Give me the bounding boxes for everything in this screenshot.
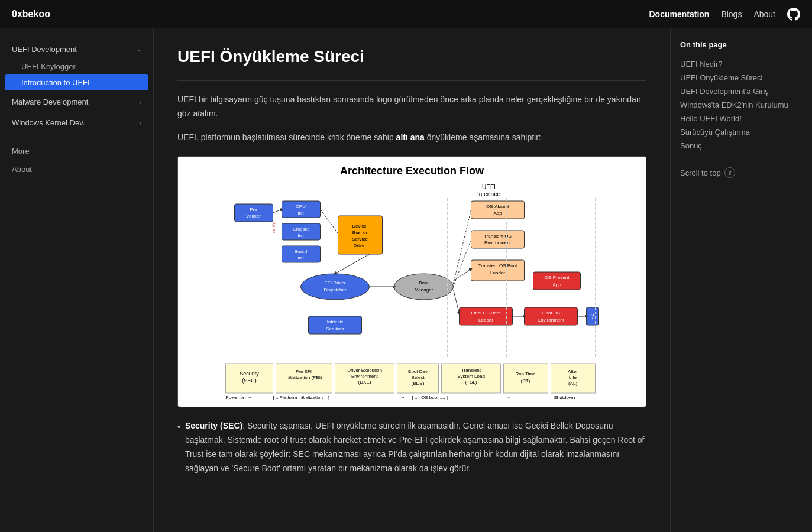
page-divider <box>177 80 646 81</box>
main-content: UEFI Önyükleme Süreci UEFI bir bilgisaya… <box>154 28 670 532</box>
on-this-page-title: On this page <box>680 40 803 49</box>
svg-text:After: After <box>568 369 578 374</box>
svg-text:Driver Execution: Driver Execution <box>347 368 382 373</box>
svg-line-81 <box>273 209 282 213</box>
svg-text:Security: Security <box>240 371 259 377</box>
svg-text:OS-Present: OS-Present <box>545 275 570 280</box>
svg-point-52 <box>301 274 370 300</box>
svg-text:System Load: System Load <box>457 374 485 379</box>
toc-item-3[interactable]: Windows'ta EDK2'nin Kurulumu <box>680 98 803 112</box>
svg-text:Intrinsic: Intrinsic <box>327 319 344 325</box>
svg-text:(AL): (AL) <box>568 381 577 386</box>
site-logo[interactable]: 0xbekoo <box>12 9 50 20</box>
svg-text:(DXE): (DXE) <box>358 379 371 385</box>
svg-text:Board: Board <box>295 249 307 254</box>
svg-text:Power on →: Power on → <box>226 395 252 400</box>
svg-text:(RT): (RT) <box>521 378 530 384</box>
svg-text:UEFI: UEFI <box>482 184 496 190</box>
svg-text:(BDS): (BDS) <box>412 381 425 386</box>
layout: UEFI Development ⌄ UEFI Keylogger Introd… <box>0 28 812 532</box>
svg-text:CPU: CPU <box>296 204 306 209</box>
svg-text:Service: Service <box>352 236 368 242</box>
chevron-down-icon: ⌄ <box>136 46 141 53</box>
sidebar-item-keylogger[interactable]: UEFI Keylogger <box>0 59 153 74</box>
toc-item-2[interactable]: UEFI Development'a Giriş <box>680 85 803 98</box>
nav-links: Documentation Blogs About <box>649 8 800 21</box>
sidebar-more[interactable]: More <box>0 142 153 160</box>
right-sidebar: On this page UEFI Nedir? UEFI Önyükleme … <box>670 28 812 532</box>
chevron-right-icon-kernel: › <box>139 119 141 126</box>
svg-text:Init: Init <box>297 255 304 261</box>
toc-item-4[interactable]: Hello UEFI World! <box>680 112 803 125</box>
nav-documentation[interactable]: Documentation <box>649 9 709 19</box>
svg-text:EFI Driver: EFI Driver <box>325 280 346 286</box>
svg-text:→: → <box>400 395 405 400</box>
svg-text:Transient OS: Transient OS <box>484 233 512 239</box>
svg-text:Services: Services <box>326 326 344 332</box>
svg-text:OS-Absent: OS-Absent <box>486 204 510 209</box>
topnav: 0xbekoo Documentation Blogs About <box>0 0 812 28</box>
toc-item-6[interactable]: Sonuç <box>680 139 803 153</box>
scroll-top-label: Scroll to top <box>680 168 721 177</box>
svg-line-83 <box>335 254 370 274</box>
sidebar-section-header-kernel[interactable]: Windows Kernel Dev. › <box>0 113 153 132</box>
svg-text:Select: Select <box>411 375 425 380</box>
svg-text:Verifier: Verifier <box>246 213 261 219</box>
svg-point-55 <box>394 274 454 300</box>
toc-divider <box>680 160 803 160</box>
bullet-item-sec: • Security (SEC): Security aşaması, UEFI… <box>177 419 646 475</box>
sidebar-item-intro[interactable]: Introduction to UEFI <box>5 74 148 90</box>
svg-text:Transient: Transient <box>461 368 481 373</box>
github-icon[interactable] <box>787 8 800 21</box>
toc-item-1[interactable]: UEFI Önyükleme Süreci <box>680 71 803 85</box>
svg-text:Loader: Loader <box>478 317 493 323</box>
sidebar-section-header-uefi[interactable]: UEFI Development ⌄ <box>0 40 153 59</box>
sidebar-section-label-kernel: Windows Kernel Dev. <box>12 118 85 127</box>
svg-line-86 <box>454 239 471 287</box>
svg-text:verify: verify <box>271 222 276 233</box>
svg-text:[ .. Platform initialization .: [ .. Platform initialization .. ] <box>273 395 330 400</box>
diagram-container: Architecture Execution Flow UEFI Interfa… <box>177 156 646 407</box>
intro2-before: UEFI, platformun başlatılması sürecinde … <box>177 132 396 142</box>
toc-item-0[interactable]: UEFI Nedir? <box>680 57 803 71</box>
svg-text:[ .... OS boot .... ]: [ .... OS boot .... ] <box>412 395 448 400</box>
bullet-dot: • <box>177 420 180 475</box>
svg-line-82 <box>321 209 338 233</box>
svg-line-88 <box>454 290 460 313</box>
bullet-text: Security (SEC): Security aşaması, UEFI ö… <box>185 419 646 475</box>
svg-text:Loader: Loader <box>490 270 505 275</box>
nav-blogs[interactable]: Blogs <box>721 9 742 19</box>
bullet-section: • Security (SEC): Security aşaması, UEFI… <box>177 419 646 475</box>
svg-text:→: → <box>507 395 512 400</box>
toc-item-5[interactable]: Sürücüyü Çalıştırma <box>680 125 803 139</box>
svg-text:Bus, or: Bus, or <box>352 230 368 235</box>
nav-about[interactable]: About <box>753 9 775 19</box>
svg-text:Environment: Environment <box>351 374 378 379</box>
svg-text:(TSL): (TSL) <box>465 379 477 385</box>
svg-text:Life: Life <box>569 375 577 380</box>
svg-text:Chipset: Chipset <box>293 226 309 232</box>
sidebar-section-header-malware[interactable]: Malware Development › <box>0 93 153 111</box>
svg-text:Manager: Manager <box>415 287 434 293</box>
sidebar-section-kernel: Windows Kernel Dev. › <box>0 113 153 132</box>
svg-text:Dispatcher: Dispatcher <box>323 287 347 293</box>
scroll-to-top[interactable]: Scroll to top ⇧ <box>680 167 803 178</box>
svg-text:Init: Init <box>297 210 304 216</box>
architecture-diagram: Architecture Execution Flow UEFI Interfa… <box>178 157 646 405</box>
svg-text:Pre: Pre <box>250 207 257 212</box>
intro-paragraph-2: UEFI, platformun başlatılması sürecinde … <box>177 131 646 145</box>
svg-text:App: App <box>552 282 561 287</box>
svg-text:?: ? <box>591 313 594 320</box>
svg-text:Driver: Driver <box>354 243 367 248</box>
svg-text:Final OS Boot: Final OS Boot <box>471 310 502 316</box>
intro2-after: önyükleme aşamasına sahiptir: <box>425 132 541 142</box>
sidebar-divider <box>12 137 141 137</box>
svg-text:Architecture Execution Flow: Architecture Execution Flow <box>340 165 484 177</box>
bullet-label: Security (SEC) <box>185 421 242 430</box>
page-title: UEFI Önyükleme Süreci <box>177 47 646 66</box>
sidebar-about[interactable]: About <box>0 160 153 179</box>
bullet-body: : Security aşaması, UEFI önyükleme sürec… <box>185 421 645 472</box>
sidebar-section-uefi: UEFI Development ⌄ UEFI Keylogger Introd… <box>0 40 153 90</box>
scroll-top-icon: ⇧ <box>724 167 735 178</box>
chevron-right-icon: › <box>139 99 141 106</box>
